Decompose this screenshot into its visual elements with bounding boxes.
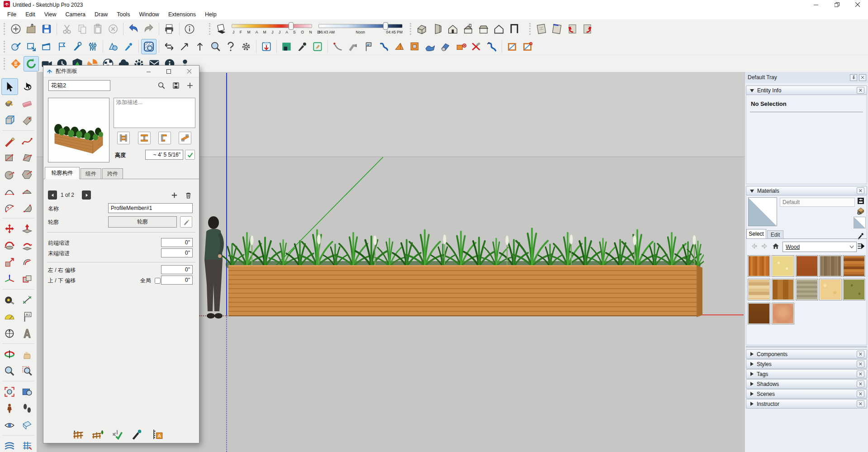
display-secondary-selection-icon[interactable] [857, 197, 864, 206]
open-button[interactable] [24, 21, 39, 37]
line-endpoint-icon[interactable] [330, 39, 346, 54]
section-components[interactable]: Components [746, 349, 867, 359]
restore-button[interactable] [826, 0, 847, 10]
scale-tool[interactable] [1, 254, 18, 271]
menu-extensions[interactable]: Extensions [164, 10, 200, 19]
close-button[interactable] [847, 0, 868, 10]
spline-icon[interactable] [376, 39, 392, 54]
shadows-close-icon[interactable] [857, 381, 864, 387]
assembly-name-input[interactable] [48, 80, 110, 91]
print-button[interactable] [161, 21, 177, 37]
move-tool[interactable] [1, 220, 18, 237]
line-tool[interactable] [1, 133, 18, 149]
tray-close-icon[interactable] [859, 74, 866, 81]
material-swatch[interactable] [772, 255, 794, 277]
save-button[interactable] [39, 21, 54, 37]
material-category-dropdown[interactable]: Wood [783, 242, 857, 252]
edit-settings-icon[interactable] [70, 39, 85, 54]
settings-gear-icon[interactable] [238, 39, 254, 54]
date-slider-thumb[interactable] [289, 22, 294, 30]
wall-rotate-ccw-button[interactable] [564, 21, 580, 37]
zoom-window-tool[interactable] [19, 362, 36, 379]
section-entity-info[interactable]: Entity Info [746, 86, 867, 95]
rotate-tool[interactable] [1, 237, 18, 254]
beam-horizontal-icon[interactable] [117, 132, 130, 144]
view-back-button[interactable] [460, 21, 476, 37]
search-icon[interactable] [156, 81, 167, 90]
frame-line-1-icon[interactable] [504, 39, 520, 54]
model-info-button[interactable] [182, 21, 197, 37]
redo-button[interactable] [141, 21, 157, 37]
shadow-toggle-button[interactable] [213, 21, 229, 37]
material-box-icon[interactable] [310, 39, 325, 54]
section-tags[interactable]: Tags [746, 369, 867, 379]
materials-close-icon[interactable] [857, 187, 864, 194]
build-assembly-icon[interactable] [90, 427, 105, 442]
two-point-arc-tool[interactable] [19, 183, 36, 200]
material-swatch[interactable] [748, 303, 770, 324]
roll-icon[interactable] [438, 39, 453, 54]
menu-tools[interactable]: Tools [112, 10, 134, 19]
confirm-height-button[interactable] [185, 150, 195, 160]
toolbar-grip[interactable] [209, 23, 211, 35]
curve-icon[interactable] [484, 39, 499, 54]
add-assembly-icon[interactable] [185, 81, 195, 90]
panel-close-button[interactable] [183, 67, 196, 76]
toolbar-grip[interactable] [4, 23, 5, 35]
panel-titlebar[interactable]: 配件面板 [43, 66, 199, 77]
entity-info-close-icon[interactable] [857, 87, 864, 94]
eraser-tool[interactable] [19, 95, 36, 112]
select-tool[interactable] [1, 78, 18, 95]
material-swatch[interactable] [843, 279, 865, 300]
section-instructor[interactable]: Instructor [746, 399, 867, 409]
menu-draw[interactable]: Draw [90, 10, 112, 19]
toolbar-grip[interactable] [4, 41, 5, 52]
menu-edit[interactable]: Edit [21, 10, 40, 19]
view-plan-button[interactable] [507, 21, 522, 37]
scene-flag-icon[interactable] [54, 39, 70, 54]
menu-file[interactable]: File [3, 10, 21, 19]
material-swatch[interactable] [772, 279, 794, 300]
material-swatch[interactable] [772, 303, 794, 324]
export-window-icon[interactable] [24, 39, 39, 54]
north-compass-tool[interactable] [1, 325, 18, 342]
look-around-tool[interactable] [1, 417, 18, 433]
active-material-thumbnail[interactable] [748, 197, 777, 226]
push-pull-tool[interactable] [19, 220, 36, 237]
shadow-date-slider[interactable]: J F M A M J J A S O N D [232, 22, 312, 36]
zoom-tool[interactable] [1, 362, 18, 379]
position-camera-tool[interactable] [1, 400, 18, 417]
material-swatch[interactable] [796, 255, 818, 277]
enscape-icon[interactable] [8, 56, 24, 71]
wall-rotate-cw-button[interactable] [580, 21, 595, 37]
up-arrow-icon[interactable] [192, 39, 208, 54]
shape-tools-icon[interactable] [105, 39, 121, 54]
paint-bucket-tool[interactable] [1, 95, 18, 112]
outer-shell-tool[interactable] [19, 271, 36, 287]
section-scenes[interactable]: Scenes [746, 389, 867, 399]
panel-maximize-button[interactable] [162, 67, 175, 76]
delete-member-icon[interactable] [183, 190, 194, 200]
section-materials[interactable]: Materials [746, 186, 867, 195]
section-plane-tool[interactable] [19, 417, 36, 433]
copy-button[interactable] [75, 21, 90, 37]
save-assembly-icon[interactable] [171, 81, 181, 90]
erase-button[interactable] [105, 21, 121, 37]
styles-close-icon[interactable] [857, 361, 864, 367]
member-name-input[interactable] [108, 203, 193, 213]
3d-text-tool[interactable] [19, 325, 36, 342]
global-checkbox[interactable] [155, 278, 161, 284]
rectangle-tool[interactable] [1, 149, 18, 166]
swap-arrows-icon[interactable] [161, 39, 177, 54]
menu-view[interactable]: View [40, 10, 61, 19]
frame-icon[interactable] [407, 39, 422, 54]
tarp-icon[interactable] [422, 39, 438, 54]
rotate-selection-tool[interactable] [19, 78, 36, 95]
pie-tool[interactable] [19, 200, 36, 216]
end-indent-input[interactable] [161, 248, 193, 257]
tray-header[interactable]: Default Tray [745, 72, 868, 83]
save-export-icon[interactable] [259, 39, 274, 54]
view-front-button[interactable] [445, 21, 460, 37]
lr-offset-input[interactable] [161, 265, 193, 274]
sample-paint-icon[interactable] [857, 232, 865, 242]
